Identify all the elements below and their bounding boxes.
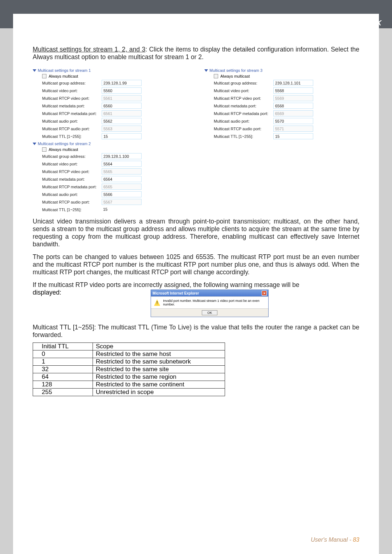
- field-input[interactable]: 15: [273, 133, 313, 139]
- dialog-message: Invalid port number. Multicast stream 1 …: [163, 299, 265, 306]
- field-input[interactable]: 5560: [102, 87, 142, 94]
- page-body: Multicast settings for stream 1, 2, and …: [13, 14, 379, 554]
- field-input[interactable]: 5566: [102, 191, 142, 197]
- field-row: Multicast metadata port:6560: [42, 103, 188, 109]
- always-multicast-checkbox[interactable]: [42, 147, 46, 152]
- warning-dialog: Microsoft Internet Explorer × ! Invalid …: [151, 290, 269, 317]
- field-input[interactable]: 6564: [102, 176, 142, 182]
- field-label: Multicast metadata port:: [214, 104, 273, 108]
- field-row: Multicast RTCP video port:5561: [42, 95, 188, 101]
- para-unicast: Unicast video transmission delivers a st…: [33, 218, 359, 248]
- cell-scope: Restricted to the same host: [93, 350, 225, 358]
- field-input: 6565: [102, 184, 142, 190]
- footer-label: User's Manual -: [311, 537, 353, 543]
- table-row: 255Unrestricted in scope: [33, 389, 225, 396]
- field-label: Multicast RTCP video port:: [42, 169, 102, 174]
- chevron-down-icon: [204, 69, 208, 72]
- para-ports: The ports can be changed to values betwe…: [33, 253, 359, 276]
- ttl-table: Initial TTLScope0Restricted to the same …: [33, 342, 225, 396]
- field-row: Multicast RTCP audio port:5563: [42, 126, 188, 132]
- dialog-title-text: Microsoft Internet Explorer: [152, 291, 199, 295]
- field-row: Multicast metadata port:6564: [42, 176, 188, 182]
- para-warning-line2: displayed:: [33, 289, 61, 296]
- field-row: Multicast RTCP video port:5569: [214, 95, 359, 101]
- field-label: Multicast group address:: [42, 154, 102, 159]
- field-input[interactable]: 239.128.1.100: [102, 153, 142, 159]
- ok-button[interactable]: OK: [202, 310, 217, 315]
- field-input[interactable]: 239.128.1.101: [273, 80, 313, 86]
- field-label: Multicast metadata port:: [42, 177, 102, 181]
- field-row: Multicast TTL [1~255]:15: [42, 206, 188, 213]
- field-row: Multicast RTCP metadata port:6565: [42, 184, 188, 190]
- cell-ttl: 32: [33, 366, 93, 373]
- intro-lead: Multicast settings for stream 1, 2, and …: [33, 46, 145, 53]
- field-label: Multicast video port:: [214, 89, 273, 93]
- field-row: Multicast audio port:5570: [214, 118, 359, 124]
- cell-scope: Restricted to the same continent: [93, 381, 225, 389]
- section-header-s3[interactable]: Multicast settings for stream 3: [204, 68, 359, 73]
- cell-ttl: 0: [33, 350, 93, 358]
- field-label: Multicast audio port:: [42, 119, 102, 123]
- field-input[interactable]: 6568: [273, 103, 313, 109]
- section-title-text: Multicast settings for stream 2: [38, 141, 91, 146]
- th-initial-ttl: Initial TTL: [33, 343, 93, 350]
- always-multicast-label: Always multicast: [220, 74, 250, 78]
- field-row: Multicast group address:239.128.1.99: [42, 80, 188, 86]
- field-row: Multicast RTCP metadata port:6561: [42, 110, 188, 116]
- field-input[interactable]: 239.128.1.99: [102, 80, 142, 86]
- field-input[interactable]: 6560: [102, 103, 142, 109]
- field-label: Multicast metadata port:: [42, 104, 102, 108]
- field-row: Multicast video port:5568: [214, 87, 359, 94]
- section-header-s1[interactable]: Multicast settings for stream 1: [33, 68, 188, 73]
- always-multicast-checkbox[interactable]: [42, 74, 46, 78]
- field-input[interactable]: 15: [102, 206, 142, 213]
- field-row: Multicast audio port:5566: [42, 191, 188, 197]
- field-row: Multicast TTL [1~255]:15: [214, 133, 359, 139]
- field-row: Multicast RTCP audio port:5567: [42, 199, 188, 205]
- field-input[interactable]: 5562: [102, 118, 142, 124]
- para-ttl: Multicast TTL [1~255]: The multicast TTL…: [33, 324, 359, 339]
- close-icon[interactable]: ×: [262, 291, 267, 296]
- cell-scope: Unrestricted in scope: [93, 389, 225, 396]
- field-label: Multicast audio port:: [214, 119, 273, 123]
- section-header-s2[interactable]: Multicast settings for stream 2: [33, 141, 188, 146]
- field-input[interactable]: 5568: [273, 87, 313, 94]
- field-input: 5571: [273, 126, 313, 132]
- field-input[interactable]: 5570: [273, 118, 313, 124]
- field-label: Multicast RTCP metadata port:: [42, 111, 102, 116]
- th-scope: Scope: [93, 343, 225, 350]
- always-multicast-label: Always multicast: [49, 74, 78, 78]
- field-label: Multicast video port:: [42, 162, 102, 166]
- table-row: 64Restricted to the same region: [33, 373, 225, 381]
- dialog-footer: OK: [151, 309, 268, 317]
- field-label: Multicast RTCP video port:: [214, 96, 273, 100]
- cell-ttl: 255: [33, 389, 93, 396]
- left-column: Multicast settings for stream 1Always mu…: [33, 66, 188, 214]
- field-input: 5561: [102, 95, 142, 101]
- cell-scope: Restricted to the same site: [93, 366, 225, 373]
- field-label: Multicast RTCP audio port:: [42, 127, 102, 131]
- always-multicast-checkbox[interactable]: [214, 74, 218, 78]
- table-row: 32Restricted to the same site: [33, 366, 225, 373]
- field-row: Multicast metadata port:6568: [214, 103, 359, 109]
- field-row: Multicast group address:239.128.1.101: [214, 80, 359, 86]
- field-row: Multicast video port:5560: [42, 87, 188, 94]
- warning-icon: !: [154, 299, 160, 306]
- para-warning-line1: If the multicast RTP video ports are inc…: [33, 281, 359, 289]
- field-label: Multicast RTCP video port:: [42, 96, 102, 100]
- chevron-down-icon: [33, 69, 36, 72]
- ttl-lead: Multicast TTL [1~255]: [33, 324, 94, 331]
- table-row: 0Restricted to the same host: [33, 350, 225, 358]
- right-column: Multicast settings for stream 3Always mu…: [204, 66, 359, 214]
- cell-scope: Restricted to the same region: [93, 373, 225, 381]
- field-input[interactable]: 5564: [102, 161, 142, 167]
- field-label: Multicast RTCP audio port:: [214, 127, 273, 131]
- table-row: 128Restricted to the same continent: [33, 381, 225, 389]
- settings-columns: Multicast settings for stream 1Always mu…: [33, 66, 359, 214]
- field-row: Multicast RTCP video port:5565: [42, 168, 188, 175]
- field-input: 5563: [102, 126, 142, 132]
- field-input[interactable]: 15: [102, 133, 142, 139]
- field-row: Multicast audio port:5562: [42, 118, 188, 124]
- field-label: Multicast RTCP audio port:: [42, 200, 102, 204]
- field-label: Multicast RTCP metadata port:: [42, 185, 102, 189]
